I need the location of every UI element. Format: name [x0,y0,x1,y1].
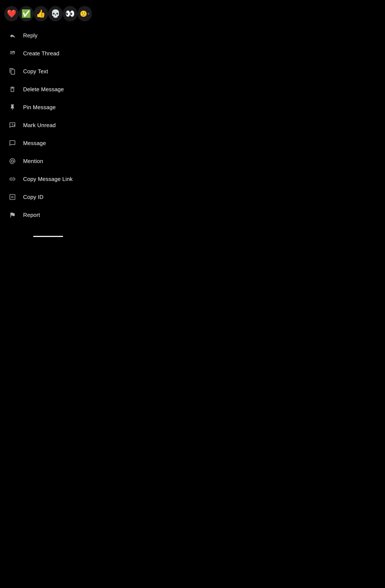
emoji-thumbsup[interactable]: 👍 [34,6,48,21]
menu-item-message[interactable]: Message [0,134,96,152]
context-menu-list: Reply Create Thread Copy Text Delete Mes… [0,26,96,232]
mark-unread-icon [8,121,17,130]
reply-icon [8,31,17,40]
menu-item-delete-message[interactable]: Delete Message [0,80,96,98]
report-icon [8,210,17,220]
pin-message-label: Pin Message [23,104,56,111]
delete-message-icon [8,84,17,94]
delete-message-label: Delete Message [23,86,64,93]
create-thread-label: Create Thread [23,50,59,57]
mention-label: Mention [23,158,43,165]
pin-message-icon [8,103,17,112]
menu-item-mention[interactable]: Mention [0,152,96,170]
emoji-eyes[interactable]: 👀 [63,6,77,21]
message-label: Message [23,140,46,147]
emoji-heart[interactable]: ❤️ [4,6,19,21]
copy-message-link-icon [8,174,17,184]
emoji-reaction-row: ❤️ ✅ 👍 💀 👀 🙂+ [0,0,96,26]
create-thread-icon [8,49,17,58]
menu-item-copy-id[interactable]: ID Copy ID [0,188,96,206]
emoji-add[interactable]: 🙂+ [77,6,92,21]
home-indicator [0,232,96,242]
menu-item-report[interactable]: Report [0,206,96,224]
copy-text-label: Copy Text [23,68,48,75]
menu-item-create-thread[interactable]: Create Thread [0,44,96,63]
message-icon [8,138,17,148]
mention-icon [8,156,17,166]
emoji-check[interactable]: ✅ [19,6,33,21]
menu-item-copy-text[interactable]: Copy Text [0,63,96,80]
menu-item-pin-message[interactable]: Pin Message [0,98,96,116]
copy-text-icon [8,67,17,76]
menu-item-reply[interactable]: Reply [0,26,96,44]
home-bar [33,236,63,237]
menu-item-copy-message-link[interactable]: Copy Message Link [0,170,96,188]
copy-id-label: Copy ID [23,194,44,200]
copy-id-icon: ID [8,192,17,202]
menu-item-mark-unread[interactable]: Mark Unread [0,116,96,134]
emoji-skull[interactable]: 💀 [48,6,63,21]
reply-label: Reply [23,32,37,39]
copy-message-link-label: Copy Message Link [23,176,73,183]
report-label: Report [23,212,40,218]
mark-unread-label: Mark Unread [23,122,56,129]
svg-text:ID: ID [11,196,14,199]
